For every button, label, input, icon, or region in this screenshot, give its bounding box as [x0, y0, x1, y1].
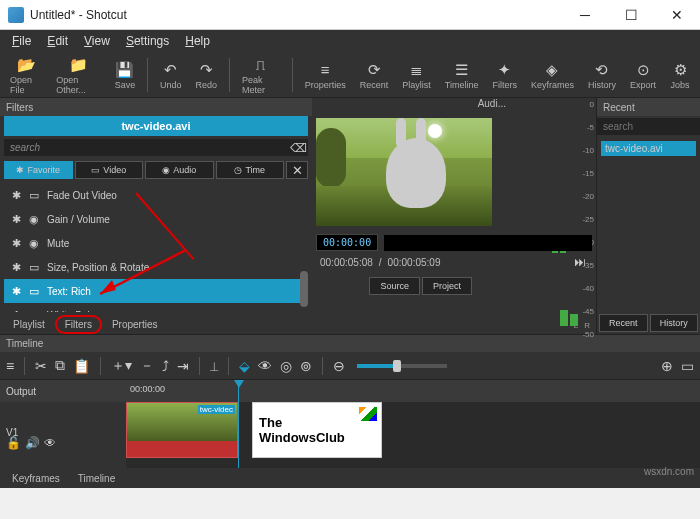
project-button[interactable]: Project	[422, 277, 472, 295]
zoom-out-icon[interactable]: ⊖	[333, 358, 345, 374]
source-button[interactable]: Source	[369, 277, 420, 295]
watermark: wsxdn.com	[644, 466, 694, 477]
clip-label: twc-videc	[198, 405, 235, 414]
tab-filters[interactable]: Filters	[56, 316, 101, 333]
tab-timeline[interactable]: Timeline	[70, 471, 123, 486]
hide-icon[interactable]: 👁	[44, 436, 56, 450]
category-audio[interactable]: ◉Audio	[145, 161, 214, 179]
track-header[interactable]: V1 🔓 🔊 👁	[0, 402, 126, 462]
ripple-all-icon[interactable]: ⊚	[300, 358, 312, 374]
scrub-drag-icon[interactable]: 👁	[258, 358, 272, 374]
filters-search-input[interactable]	[4, 139, 288, 156]
timeline-icon: ☰	[452, 60, 472, 80]
titlebar: Untitled* - Shotcut ─ ☐ ✕	[0, 0, 700, 30]
snap-icon[interactable]: ⬙	[239, 358, 250, 374]
category-favorite[interactable]: ✱Favorite	[4, 161, 73, 179]
close-button[interactable]: ✕	[654, 0, 700, 30]
save-icon: 💾	[115, 60, 135, 80]
tab-properties[interactable]: Properties	[103, 316, 167, 333]
export-button[interactable]: ⊙Export	[624, 58, 662, 92]
cut-icon[interactable]: ✂	[35, 358, 47, 374]
ripple-icon[interactable]: ◎	[280, 358, 292, 374]
filter-list[interactable]: ✱▭Fade Out Video ✱◉Gain / Volume ✱◉Mute …	[4, 183, 308, 312]
filter-item[interactable]: ✱▭White Balance	[4, 303, 308, 312]
left-panel-tabs: Playlist Filters Properties	[0, 314, 312, 334]
recent-search-input[interactable]	[597, 118, 700, 135]
close-categories-button[interactable]: ✕	[286, 161, 308, 179]
maximize-button[interactable]: ☐	[608, 0, 654, 30]
video-preview[interactable]	[316, 118, 492, 226]
recent-item[interactable]: twc-video.avi	[601, 141, 696, 156]
playlist-button[interactable]: ≣Playlist	[396, 58, 437, 92]
recent-icon: ⟳	[364, 60, 384, 80]
zoom-fit-icon[interactable]: ▭	[681, 358, 694, 374]
windowsclub-flag-icon	[359, 407, 377, 421]
split-icon[interactable]: ⟂	[210, 358, 218, 374]
timecode-duration: 00:00:05:09	[388, 257, 441, 268]
meter-scale: 0-5-10 -15-20-25 -30-35-40 -45-50	[582, 100, 594, 339]
tab-history[interactable]: History	[650, 314, 699, 332]
timecode-in[interactable]: 00:00:00	[316, 234, 378, 251]
category-time[interactable]: ◷Time	[216, 161, 285, 179]
scrub-bar[interactable]	[384, 235, 592, 251]
menu-file[interactable]: File	[4, 34, 39, 48]
recent-button[interactable]: ⟳Recent	[354, 58, 395, 92]
zoom-slider[interactable]	[357, 364, 447, 368]
tab-keyframes[interactable]: Keyframes	[4, 471, 68, 486]
export-icon: ⊙	[633, 60, 653, 80]
open-file-button[interactable]: 📂Open File	[4, 53, 48, 97]
menu-edit[interactable]: Edit	[39, 34, 76, 48]
minimize-button[interactable]: ─	[562, 0, 608, 30]
meter-icon: ⎍	[251, 55, 271, 75]
copy-icon[interactable]: ⧉	[55, 357, 65, 374]
menu-settings[interactable]: Settings	[118, 34, 177, 48]
properties-icon: ≡	[315, 60, 335, 80]
filters-button[interactable]: ✦Filters	[486, 58, 523, 92]
tab-playlist[interactable]: Playlist	[4, 316, 54, 333]
filter-item[interactable]: ✱▭Fade Out Video	[4, 183, 308, 207]
audio-icon: ◉	[29, 213, 39, 226]
menu-help[interactable]: Help	[177, 34, 218, 48]
timecode-position: 00:00:05:08	[320, 257, 373, 268]
keyframes-button[interactable]: ◈Keyframes	[525, 58, 580, 92]
output-track-header[interactable]: Output	[0, 380, 126, 402]
lift-icon[interactable]: ⤴	[162, 358, 169, 374]
properties-button[interactable]: ≡Properties	[299, 58, 352, 92]
open-other-button[interactable]: 📁Open Other...	[50, 53, 107, 97]
redo-icon: ↷	[196, 60, 216, 80]
menu-view[interactable]: View	[76, 34, 118, 48]
jobs-button[interactable]: ⚙Jobs	[664, 58, 696, 92]
filter-item[interactable]: ✱◉Mute	[4, 231, 308, 255]
clear-search-icon[interactable]: ⌫	[288, 139, 308, 156]
zoom-in-icon[interactable]: ⊕	[661, 358, 673, 374]
save-button[interactable]: 💾Save	[109, 58, 142, 92]
filters-panel-title: Filters	[0, 98, 312, 116]
filter-item-selected[interactable]: ✱▭Text: Rich	[4, 279, 308, 303]
append-icon[interactable]: ＋▾	[111, 357, 132, 375]
timeline-clip[interactable]: twc-videc	[126, 402, 238, 458]
redo-button[interactable]: ↷Redo	[190, 58, 224, 92]
timeline-ruler[interactable]: 00:00:00	[126, 380, 700, 402]
history-button[interactable]: ⟲History	[582, 58, 622, 92]
scrollbar-thumb[interactable]	[300, 271, 308, 307]
paste-icon[interactable]: 📋	[73, 358, 90, 374]
playhead[interactable]	[238, 380, 239, 468]
category-video[interactable]: ▭Video	[75, 161, 144, 179]
video-icon: ▭	[29, 309, 39, 313]
overwrite-icon[interactable]: ⇥	[177, 358, 189, 374]
filter-item[interactable]: ✱◉Gain / Volume	[4, 207, 308, 231]
timeline-panel-title: Timeline	[0, 334, 700, 352]
tab-recent[interactable]: Recent	[599, 314, 648, 332]
remove-icon[interactable]: －	[140, 357, 154, 375]
peak-meter-button[interactable]: ⎍Peak Meter	[236, 53, 286, 97]
timeline-tracks[interactable]: 00:00:00 twc-videc The WindowsClub	[126, 380, 700, 468]
filter-item[interactable]: ✱▭Size, Position & Rotate	[4, 255, 308, 279]
undo-button[interactable]: ↶Undo	[154, 58, 188, 92]
mute-icon[interactable]: 🔊	[25, 436, 40, 450]
menu-icon[interactable]: ≡	[6, 358, 14, 374]
timeline-button[interactable]: ☰Timeline	[439, 58, 485, 92]
lock-icon[interactable]: 🔓	[6, 436, 21, 450]
timeline-tabs: Keyframes Timeline	[0, 468, 700, 488]
video-icon: ▭	[29, 261, 39, 274]
window-title: Untitled* - Shotcut	[30, 8, 127, 22]
